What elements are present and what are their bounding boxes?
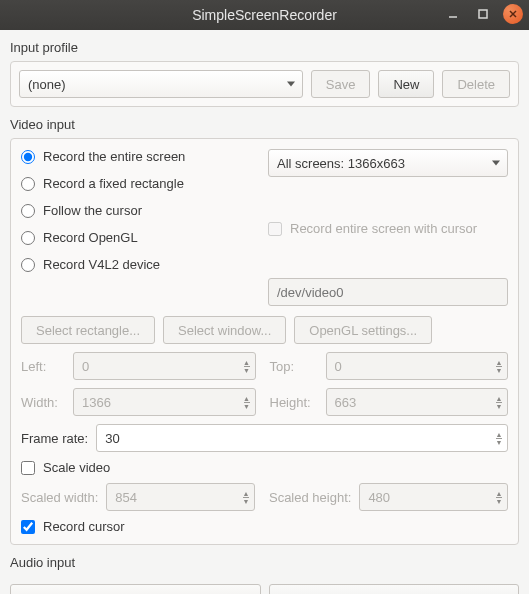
radio-record-opengl[interactable]: Record OpenGL [21, 230, 268, 245]
screens-select[interactable]: All screens: 1366x663 [268, 149, 508, 177]
video-input-label: Video input [10, 117, 519, 132]
input-profile-group: (none) Save New Delete [10, 61, 519, 107]
radio-record-v4l2-input[interactable] [21, 258, 35, 272]
footer-buttons: Back Continue [0, 584, 529, 594]
record-cursor-input[interactable] [21, 520, 35, 534]
record-entire-cursor-input [268, 222, 282, 236]
save-button[interactable]: Save [311, 70, 371, 98]
frame-rate-label: Frame rate: [21, 431, 88, 446]
profile-select[interactable]: (none) [19, 70, 303, 98]
continue-button[interactable]: Continue [269, 584, 520, 594]
width-input [73, 388, 256, 416]
svg-rect-1 [479, 10, 487, 18]
scale-video-input[interactable] [21, 461, 35, 475]
window-controls [443, 4, 523, 24]
record-cursor-check[interactable]: Record cursor [21, 519, 125, 534]
left-input [73, 352, 256, 380]
delete-button[interactable]: Delete [442, 70, 510, 98]
scale-video-check[interactable]: Scale video [21, 460, 110, 475]
radio-record-v4l2[interactable]: Record V4L2 device [21, 257, 268, 272]
v4l2-device-input [268, 278, 508, 306]
scaled-width-input [106, 483, 255, 511]
opengl-settings-button: OpenGL settings... [294, 316, 432, 344]
width-label: Width: [21, 395, 65, 410]
select-rectangle-button: Select rectangle... [21, 316, 155, 344]
radio-record-opengl-input[interactable] [21, 231, 35, 245]
radio-record-fixed[interactable]: Record a fixed rectangle [21, 176, 268, 191]
select-window-button: Select window... [163, 316, 286, 344]
back-button[interactable]: Back [10, 584, 261, 594]
close-button[interactable] [503, 4, 523, 24]
scaled-height-label: Scaled height: [269, 490, 351, 505]
input-profile-label: Input profile [10, 40, 519, 55]
record-entire-cursor-check: Record entire screen with cursor [268, 221, 477, 236]
radio-record-entire[interactable]: Record the entire screen [21, 149, 268, 164]
scaled-height-input [359, 483, 508, 511]
audio-input-label: Audio input [10, 555, 519, 570]
radio-follow-cursor[interactable]: Follow the cursor [21, 203, 268, 218]
frame-rate-input[interactable] [96, 424, 508, 452]
left-label: Left: [21, 359, 65, 374]
radio-record-fixed-input[interactable] [21, 177, 35, 191]
height-label: Height: [270, 395, 318, 410]
new-button[interactable]: New [378, 70, 434, 98]
video-input-group: Record the entire screen Record a fixed … [10, 138, 519, 545]
top-label: Top: [270, 359, 318, 374]
radio-record-entire-input[interactable] [21, 150, 35, 164]
height-input [326, 388, 509, 416]
maximize-button[interactable] [473, 4, 493, 24]
scaled-width-label: Scaled width: [21, 490, 98, 505]
radio-follow-cursor-input[interactable] [21, 204, 35, 218]
top-input [326, 352, 509, 380]
titlebar: SimpleScreenRecorder [0, 0, 529, 30]
window-title: SimpleScreenRecorder [192, 7, 337, 23]
minimize-button[interactable] [443, 4, 463, 24]
